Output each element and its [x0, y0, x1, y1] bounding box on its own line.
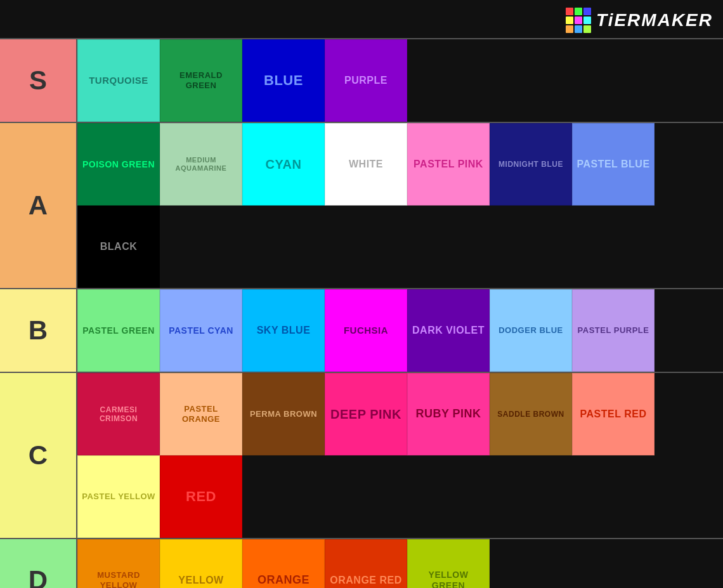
svg-rect-4: [575, 16, 582, 24]
tier-row-d: DMUSTARD YELLOWYELLOWORANGEORANGE REDYEL…: [0, 538, 723, 588]
color-cell-pastel-yellow[interactable]: PASTEL YELLOW: [77, 455, 160, 538]
color-cell-yellow-green[interactable]: YELLOW GREEN: [407, 539, 490, 588]
header: TiERMAKER: [0, 0, 723, 38]
color-cell-blue[interactable]: BLUE: [242, 39, 325, 122]
color-cell-pastel-green[interactable]: PASTEL GREEN: [77, 289, 160, 372]
color-cell-perma-brown[interactable]: PERMA BROWN: [242, 373, 325, 455]
color-cell-midnight-blue[interactable]: MIDNIGHT BLUE: [490, 123, 572, 206]
svg-rect-0: [566, 8, 573, 15]
tier-row-c: CCARMESI CRIMSONPASTEL ORANGEPERMA BROWN…: [0, 372, 723, 538]
color-cell-purple[interactable]: PURPLE: [325, 39, 407, 122]
svg-rect-1: [575, 8, 582, 15]
tier-items-d: MUSTARD YELLOWYELLOWORANGEORANGE REDYELL…: [76, 539, 723, 588]
color-cell-pastel-pink[interactable]: PASTEL PINK: [407, 123, 490, 206]
tier-items-s: TURQUOISEEMERALD GREENBLUEPURPLE: [76, 39, 723, 122]
svg-rect-8: [583, 25, 591, 33]
svg-rect-2: [583, 8, 591, 15]
svg-rect-3: [566, 16, 573, 24]
color-cell-cyan[interactable]: CYAN: [242, 123, 325, 206]
color-cell-white[interactable]: WHITE: [325, 123, 407, 206]
color-cell-carmesi-crimson[interactable]: CARMESI CRIMSON: [77, 373, 160, 455]
color-cell-red[interactable]: RED: [160, 455, 242, 538]
color-cell-emerald-green[interactable]: EMERALD GREEN: [160, 39, 242, 122]
tier-label-b: B: [0, 289, 76, 372]
color-cell-sky-blue[interactable]: SKY BLUE: [242, 289, 325, 372]
tier-label-a: A: [0, 123, 76, 288]
logo-icon: [566, 8, 591, 33]
color-cell-fuchsia[interactable]: FUCHSIA: [325, 289, 407, 372]
tier-items-c: CARMESI CRIMSONPASTEL ORANGEPERMA BROWND…: [76, 373, 723, 538]
color-cell-pastel-orange[interactable]: PASTEL ORANGE: [160, 373, 242, 455]
color-cell-orange-red[interactable]: ORANGE RED: [325, 539, 407, 588]
color-cell-black[interactable]: BLACK: [77, 206, 160, 288]
tier-label-d: D: [0, 539, 76, 588]
tier-list: STURQUOISEEMERALD GREENBLUEPURPLEAPOISON…: [0, 38, 723, 588]
color-cell-pastel-red[interactable]: PASTEL RED: [572, 373, 655, 455]
color-cell-dark-violet[interactable]: DARK VIOLET: [407, 289, 490, 372]
color-cell-dodger-blue[interactable]: DODGER BLUE: [490, 289, 572, 372]
color-cell-deep-pink[interactable]: DEEP PINK: [325, 373, 407, 455]
tier-items-a: POISON GREENMEDIUM AQUAMARINECYANWHITEPA…: [76, 123, 723, 288]
tier-label-s: S: [0, 39, 76, 122]
color-cell-pastel-purple[interactable]: PASTEL PURPLE: [572, 289, 655, 372]
color-cell-saddle-brown[interactable]: SADDLE BROWN: [490, 373, 572, 455]
color-cell-pastel-cyan[interactable]: PASTEL CYAN: [160, 289, 242, 372]
svg-rect-7: [575, 25, 582, 33]
tier-label-c: C: [0, 373, 76, 538]
tier-items-b: PASTEL GREENPASTEL CYANSKY BLUEFUCHSIADA…: [76, 289, 723, 372]
svg-rect-6: [566, 25, 573, 33]
color-cell-medium-aquamarine[interactable]: MEDIUM AQUAMARINE: [160, 123, 242, 206]
tier-row-b: BPASTEL GREENPASTEL CYANSKY BLUEFUCHSIAD…: [0, 288, 723, 372]
logo-text: TiERMAKER: [596, 10, 713, 30]
svg-rect-5: [583, 16, 591, 24]
color-cell-yellow[interactable]: YELLOW: [160, 539, 242, 588]
tier-row-s: STURQUOISEEMERALD GREENBLUEPURPLE: [0, 38, 723, 122]
color-cell-mustard-yellow[interactable]: MUSTARD YELLOW: [77, 539, 160, 588]
color-cell-pastel-blue[interactable]: PASTEL BLUE: [572, 123, 655, 206]
logo: TiERMAKER: [566, 8, 713, 33]
color-cell-poison-green[interactable]: POISON GREEN: [77, 123, 160, 206]
color-cell-turquoise[interactable]: TURQUOISE: [77, 39, 160, 122]
color-cell-ruby-pink[interactable]: RUBY PINK: [407, 373, 490, 455]
color-cell-orange[interactable]: ORANGE: [242, 539, 325, 588]
tier-row-a: APOISON GREENMEDIUM AQUAMARINECYANWHITEP…: [0, 122, 723, 288]
